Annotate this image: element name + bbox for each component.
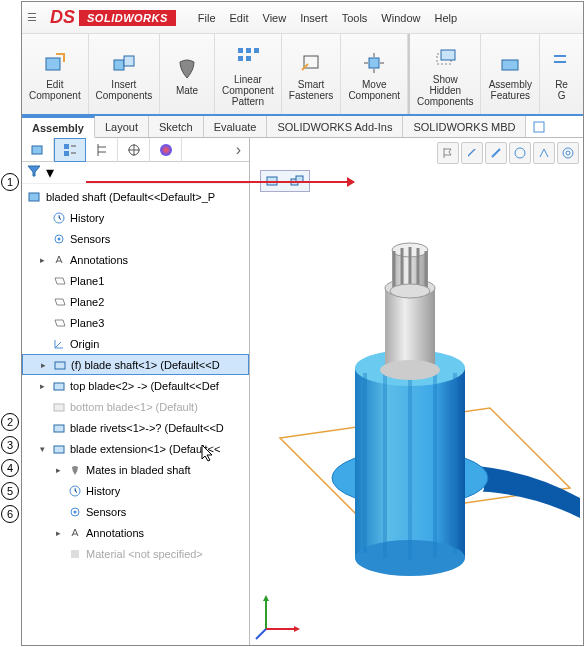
tree-label: Annotations (86, 527, 144, 539)
ribbon-assembly-features[interactable]: Assembly Features (481, 34, 540, 114)
tab-sketch[interactable]: Sketch (149, 116, 204, 137)
svg-rect-15 (64, 144, 69, 149)
tab-evaluate[interactable]: Evaluate (204, 116, 268, 137)
tree-label: History (70, 212, 104, 224)
menu-insert[interactable]: Insert (300, 12, 328, 24)
callout-6: 6 (1, 505, 19, 523)
plane-icon (50, 295, 68, 309)
ribbon-mate[interactable]: Mate (160, 34, 215, 114)
tree-material[interactable]: Material <not specified> (22, 543, 249, 564)
tree-label: Plane3 (70, 317, 104, 329)
tree-bottom-blade[interactable]: bottom blade<1> (Default) (22, 396, 249, 417)
menubar: File Edit View Insert Tools Window Help (198, 12, 457, 24)
ribbon-label: Show Hidden Components (417, 74, 474, 107)
ribbon-label: Assembly Features (489, 79, 532, 101)
tab-layout[interactable]: Layout (95, 116, 149, 137)
menu-window[interactable]: Window (381, 12, 420, 24)
svg-rect-7 (246, 56, 251, 61)
svg-rect-12 (502, 60, 518, 70)
tree-plane2[interactable]: Plane2 (22, 291, 249, 312)
tree-sub-sensors[interactable]: Sensors (22, 501, 249, 522)
ribbon-smart-fasteners[interactable]: Smart Fasteners (282, 34, 342, 114)
part-icon (50, 442, 68, 456)
tree-tab-feature-icon[interactable] (54, 138, 86, 162)
history-icon (66, 484, 84, 498)
ribbon-label: Move Component (348, 79, 400, 101)
app-logo: DS SOLIDWORKS (42, 7, 184, 28)
ribbon-linear-pattern[interactable]: Linear Component Pattern (215, 34, 282, 114)
ribbon-label: Re G (555, 79, 568, 101)
view-measure-icon[interactable] (533, 142, 555, 164)
svg-rect-26 (54, 425, 64, 432)
tree-toolbar: › (22, 138, 249, 162)
graphics-viewport[interactable] (250, 138, 583, 645)
ribbon-move-component[interactable]: Move Component (341, 34, 408, 114)
tree-label: Sensors (86, 506, 126, 518)
origin-icon (50, 337, 68, 351)
svg-point-30 (74, 510, 77, 513)
app-menu-icon[interactable]: ☰ (22, 11, 42, 24)
tree-tab-appearance-icon[interactable] (150, 138, 182, 162)
menu-view[interactable]: View (263, 12, 287, 24)
annotations-icon (50, 253, 68, 267)
titlebar: ☰ DS SOLIDWORKS File Edit View Insert To… (22, 2, 583, 34)
edit-component-icon (41, 49, 69, 77)
view-toolbar (437, 142, 579, 164)
filter-icon[interactable]: ▾ (26, 163, 54, 182)
svg-rect-2 (124, 56, 134, 66)
ribbon-ref-geom[interactable]: Re G (540, 34, 583, 114)
assembly-icon (26, 189, 44, 205)
tree-tab-assembly-icon[interactable] (22, 138, 54, 162)
tree-blade-shaft[interactable]: ▸(f) blade shaft<1> (Default<<D (22, 354, 249, 375)
ribbon-label: Insert Components (96, 79, 153, 101)
view-circle2-icon[interactable] (557, 142, 579, 164)
tree-sensors[interactable]: Sensors (22, 228, 249, 249)
ribbon-label: Mate (176, 85, 198, 96)
view-edit-icon[interactable] (461, 142, 483, 164)
tab-assembly[interactable]: Assembly (22, 116, 95, 138)
svg-line-53 (256, 629, 266, 639)
ribbon-edit-component[interactable]: Edit Component (22, 34, 89, 114)
svg-point-18 (160, 144, 172, 156)
menu-tools[interactable]: Tools (342, 12, 368, 24)
mates-icon (66, 463, 84, 477)
sensors-icon (50, 232, 68, 246)
tree-root[interactable]: bladed shaft (Default<<Default>_P (22, 186, 249, 207)
tree-blade-rivets[interactable]: blade rivets<1>->? (Default<<D (22, 417, 249, 438)
tree-history[interactable]: History (22, 207, 249, 228)
ribbon-insert-components[interactable]: Insert Components (89, 34, 160, 114)
menu-help[interactable]: Help (434, 12, 457, 24)
mate-icon (173, 55, 201, 83)
tree-plane1[interactable]: Plane1 (22, 270, 249, 291)
ribbon-show-hidden[interactable]: Show Hidden Components (408, 34, 481, 114)
tab-overflow-icon[interactable] (526, 116, 552, 137)
tree-label: History (86, 485, 120, 497)
move-component-icon (360, 49, 388, 77)
tree-sub-history[interactable]: History (22, 480, 249, 501)
tree-root-label: bladed shaft (Default<<Default>_P (46, 191, 215, 203)
logo-ds-icon: DS (50, 7, 75, 28)
tree-tab-property-icon[interactable] (118, 138, 150, 162)
view-circle1-icon[interactable] (509, 142, 531, 164)
callout-1: 1 (1, 173, 19, 191)
feature-tree[interactable]: bladed shaft (Default<<Default>_P Histor… (22, 184, 249, 645)
show-hidden-icon (431, 44, 459, 72)
tree-plane3[interactable]: Plane3 (22, 312, 249, 333)
tree-label: blade extension<1> (Default<< (70, 443, 220, 455)
tree-top-blade[interactable]: ▸top blade<2> -> (Default<<Def (22, 375, 249, 396)
tree-tab-config-icon[interactable] (86, 138, 118, 162)
tab-mbd[interactable]: SOLIDWORKS MBD (403, 116, 526, 137)
svg-point-34 (566, 151, 570, 155)
view-flag-icon[interactable] (437, 142, 459, 164)
tree-label: (f) blade shaft<1> (Default<<D (71, 359, 220, 371)
tab-addins[interactable]: SOLIDWORKS Add-Ins (267, 116, 403, 137)
menu-edit[interactable]: Edit (230, 12, 249, 24)
view-sketch-icon[interactable] (485, 142, 507, 164)
tree-sub-annotations[interactable]: ▸Annotations (22, 522, 249, 543)
tree-label: Mates in bladed shaft (86, 464, 191, 476)
tree-annotations[interactable]: ▸Annotations (22, 249, 249, 270)
tree-toolbar-expand-icon[interactable]: › (228, 141, 249, 159)
tree-origin[interactable]: Origin (22, 333, 249, 354)
menu-file[interactable]: File (198, 12, 216, 24)
svg-rect-4 (246, 48, 251, 53)
